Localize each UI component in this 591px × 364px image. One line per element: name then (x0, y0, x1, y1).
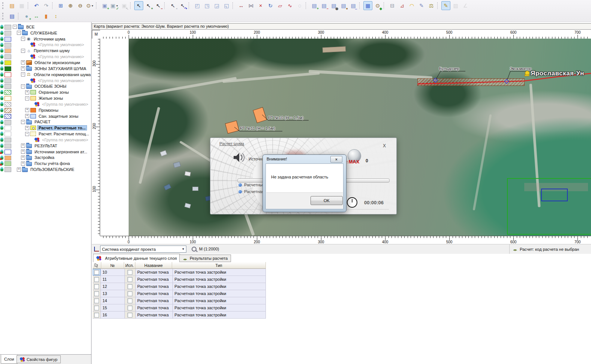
table-row[interactable]: 13Расчетная точкаРасчетная точка застрой… (93, 290, 266, 297)
row-checkbox[interactable] (94, 284, 99, 289)
column-header-used[interactable]: Исп. (124, 262, 135, 269)
post-edit-button[interactable]: ▤● (339, 1, 348, 10)
tree-expander[interactable]: − (25, 132, 29, 136)
post-add-button[interactable]: ▤+ (310, 1, 319, 10)
layer-color-swatch[interactable] (4, 60, 11, 65)
tree-expander[interactable]: + (21, 156, 25, 160)
layer-swatch-row[interactable] (0, 78, 11, 84)
layer-swatch-row[interactable] (0, 36, 11, 42)
layer-color-swatch[interactable] (4, 132, 11, 136)
row-select-cell[interactable] (93, 304, 101, 312)
layer-visibility-icon[interactable] (0, 37, 3, 41)
layer-swatch-row[interactable] (0, 125, 11, 131)
row-checkbox[interactable] (94, 298, 99, 303)
row-checkbox[interactable] (94, 291, 99, 296)
layer-visibility-icon[interactable] (0, 120, 3, 124)
tree-item[interactable]: +Источники загрязнения ат... (11, 149, 91, 155)
layer-visibility-icon[interactable] (0, 167, 3, 171)
post-height-button[interactable]: ↕ (51, 12, 60, 21)
layer-color-swatch[interactable] (4, 37, 11, 42)
layers-button[interactable]: ▤ (8, 12, 16, 21)
used-checkbox[interactable] (128, 313, 132, 318)
layer-visibility-icon[interactable] (0, 90, 3, 94)
row-select-cell[interactable] (93, 276, 101, 283)
used-checkbox[interactable] (128, 270, 132, 275)
tree-item[interactable]: −СЛУЖЕБНЫЕ (11, 30, 91, 36)
row-select-cell[interactable] (93, 269, 101, 276)
layer-visibility-icon[interactable] (0, 43, 3, 47)
add-object-button[interactable]: ▣+ (100, 1, 109, 10)
layer-visibility-icon[interactable] (0, 132, 3, 136)
shapes-inside-button[interactable]: ◳ (202, 1, 212, 10)
pick-object-button[interactable]: ▣↖ (120, 1, 129, 10)
raster-button[interactable]: ▨ (451, 1, 460, 10)
redo-button[interactable]: ↷ (42, 1, 51, 10)
chevron-down-icon[interactable]: ▼ (180, 247, 186, 251)
tree-item[interactable]: <Группа по умолчанию> (11, 101, 91, 107)
layer-color-swatch[interactable] (4, 102, 11, 107)
row-checkbox[interactable] (94, 313, 99, 318)
layer-visibility-icon[interactable] (0, 126, 3, 130)
layer-visibility-icon[interactable] (0, 25, 3, 29)
tab-attribute-data[interactable]: Атрибутивные данные текущего слоя (93, 254, 180, 262)
selected-object-rectangle[interactable] (541, 189, 568, 201)
tree-expander[interactable]: + (21, 150, 25, 154)
layer-visibility-icon[interactable] (0, 60, 3, 64)
layer-color-swatch[interactable] (4, 43, 11, 48)
coordinate-system-select[interactable]: Система координат проекта ▼ (100, 246, 186, 253)
tree-item[interactable]: <Группа по умолчанию> (11, 54, 91, 60)
print-button[interactable]: ⊟ (388, 1, 397, 10)
row-checkbox[interactable] (94, 277, 99, 282)
layer-swatch-row[interactable] (0, 119, 11, 125)
tree-expander[interactable]: + (25, 126, 29, 130)
draw-circle-button[interactable]: ◌ (295, 1, 304, 10)
tree-expander[interactable]: + (25, 114, 29, 118)
tree-item[interactable]: <Группа по умолчанию> (11, 78, 91, 84)
tree-item[interactable]: −ОСОБЫЕ ЗОНЫ (11, 83, 91, 89)
undo-button[interactable]: ↶ (32, 1, 41, 10)
tree-item[interactable]: +Области звукоизоляции (11, 60, 91, 66)
layer-swatch-row[interactable] (0, 48, 11, 54)
close-button[interactable]: × (330, 156, 342, 163)
used-checkbox[interactable] (128, 284, 132, 289)
layer-color-swatch[interactable] (4, 138, 11, 142)
tree-expander[interactable]: − (21, 37, 25, 41)
layer-color-swatch[interactable] (4, 96, 11, 101)
tree-item[interactable]: +Посты учёта фона (11, 160, 91, 166)
tree-expander[interactable]: − (17, 31, 21, 35)
delete-object-button[interactable]: × (256, 1, 265, 10)
tree-expander[interactable]: + (21, 162, 25, 166)
layer-visibility-icon[interactable] (0, 114, 3, 118)
layer-color-swatch[interactable] (4, 150, 11, 154)
select-remove-button[interactable]: ↖− (154, 1, 163, 10)
table-row[interactable]: 14Расчетная точкаРасчетная точка застрой… (93, 297, 266, 304)
layer-swatch-row[interactable] (0, 42, 11, 48)
zoom-scale-button[interactable]: ⊙▼ (86, 1, 94, 10)
grid-scale-button[interactable]: ▦ (363, 1, 372, 10)
layer-color-swatch[interactable] (4, 78, 11, 83)
cell-used[interactable] (125, 312, 136, 319)
tree-expander[interactable]: − (13, 25, 17, 29)
used-checkbox[interactable] (128, 277, 132, 282)
layer-swatch-row[interactable] (0, 143, 11, 149)
layer-swatch-row[interactable] (0, 101, 11, 107)
table-row[interactable]: 11Расчетная точкаРасчетная точка застрой… (93, 276, 266, 283)
layer-visibility-icon[interactable] (0, 66, 3, 70)
cell-used[interactable] (125, 276, 136, 283)
row-select-cell[interactable] (93, 312, 101, 319)
search-object-button[interactable]: ⊙◆ (373, 1, 382, 10)
report-button[interactable]: ✎ (417, 1, 426, 10)
profile-button[interactable]: ⊿ (398, 1, 406, 10)
layer-visibility-icon[interactable] (0, 31, 3, 35)
save-button[interactable]: ▦ (17, 1, 26, 10)
column-header-num[interactable]: № (101, 262, 124, 269)
toolbar-grip[interactable] (2, 2, 5, 9)
tree-expander[interactable]: − (21, 84, 25, 88)
layer-color-swatch[interactable] (4, 120, 11, 125)
tree-item[interactable]: +Расчет. Расчетные то... (11, 125, 91, 131)
used-checkbox[interactable] (128, 298, 132, 303)
layer-color-swatch[interactable] (4, 114, 11, 119)
layer-color-swatch[interactable] (4, 31, 11, 36)
layer-visibility-icon[interactable] (0, 78, 3, 82)
layer-color-swatch[interactable] (4, 126, 11, 130)
